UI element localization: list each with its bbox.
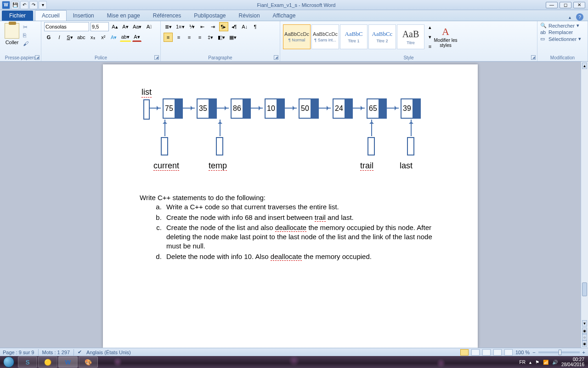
paste-button[interactable]: Coller bbox=[3, 22, 21, 47]
dialog-launcher-icon[interactable]: ◢ bbox=[274, 55, 278, 60]
zoom-level[interactable]: 100 % bbox=[515, 350, 530, 355]
bold-button[interactable]: G bbox=[44, 33, 53, 42]
style-card[interactable]: AaBbCcDc¶ Normal bbox=[283, 24, 311, 49]
font-size-combo[interactable] bbox=[90, 22, 109, 31]
status-words[interactable]: Mots : 1 297 bbox=[42, 350, 70, 355]
tray-chevron-icon[interactable]: ▴ bbox=[529, 360, 531, 365]
shrink-font-icon[interactable]: A▾ bbox=[121, 22, 130, 31]
maximize-button[interactable]: ◻ bbox=[560, 2, 571, 8]
sort-icon[interactable]: A↓ bbox=[240, 22, 249, 31]
dialog-launcher-icon[interactable]: ◢ bbox=[531, 55, 536, 60]
next-page-icon[interactable]: ◉ bbox=[582, 340, 587, 347]
strike-button[interactable]: abc bbox=[76, 33, 87, 42]
superscript-button[interactable]: x² bbox=[99, 33, 108, 42]
tab-references[interactable]: Références bbox=[147, 11, 187, 21]
copy-icon[interactable]: ⎘ bbox=[23, 32, 28, 39]
taskbar-skype[interactable]: S bbox=[18, 356, 37, 368]
align-left-icon[interactable]: ≡ bbox=[164, 33, 173, 42]
scroll-down-icon[interactable]: ▼ bbox=[582, 320, 587, 327]
align-right-icon[interactable]: ≡ bbox=[185, 33, 194, 42]
pointer-label: temp bbox=[209, 161, 227, 171]
arrow-icon bbox=[371, 120, 372, 136]
tab-home[interactable]: Accueil bbox=[35, 10, 67, 21]
select-button[interactable]: ▭Sélectionner▾ bbox=[540, 35, 585, 42]
change-styles-button[interactable]: AModifier les styles bbox=[433, 26, 458, 48]
tab-insert[interactable]: Insertion bbox=[67, 11, 101, 21]
save-icon[interactable]: 💾 bbox=[11, 1, 19, 9]
print-layout-view-icon[interactable] bbox=[460, 349, 469, 356]
numbering-icon[interactable]: 1≡▾ bbox=[175, 22, 186, 31]
taskbar-chrome[interactable]: 🟡 bbox=[38, 356, 57, 368]
outline-view-icon[interactable] bbox=[493, 349, 502, 356]
multilevel-icon[interactable]: ⅟▾ bbox=[187, 22, 197, 31]
highlight-icon[interactable]: ab▾ bbox=[120, 33, 131, 42]
minimize-button[interactable]: — bbox=[546, 2, 558, 8]
redo-icon[interactable]: ↷ bbox=[29, 1, 38, 9]
group-styles: AaBbCcDc¶ NormalAaBbCcDc¶ Sans int...AaB… bbox=[280, 21, 537, 61]
prev-page-icon[interactable]: ◉ bbox=[582, 328, 587, 334]
start-button[interactable] bbox=[0, 356, 17, 368]
style-card[interactable]: AaBbCTitre 1 bbox=[340, 24, 368, 49]
find-button[interactable]: 🔍Rechercher▾ bbox=[540, 22, 585, 29]
style-card[interactable]: AaBbCcTitre 2 bbox=[368, 24, 396, 49]
format-painter-icon[interactable]: 🖌 bbox=[23, 40, 28, 47]
style-card[interactable]: AaBbCcDc¶ Sans int... bbox=[311, 24, 339, 49]
vertical-scrollbar[interactable]: ▲ ▼ ◉ ○ ◉ bbox=[581, 62, 588, 348]
zoom-slider[interactable] bbox=[538, 351, 580, 353]
line-spacing-icon[interactable]: ‡▾ bbox=[206, 33, 215, 42]
tray-flag-icon[interactable]: ⚑ bbox=[535, 360, 539, 365]
increase-indent-icon[interactable]: ⇥ bbox=[209, 22, 218, 31]
shading-icon[interactable]: ◧▾ bbox=[216, 33, 226, 42]
tray-network-icon[interactable]: 📶 bbox=[543, 360, 548, 365]
italic-button[interactable]: I bbox=[55, 33, 64, 42]
subscript-button[interactable]: x₂ bbox=[88, 33, 97, 42]
ltr-icon[interactable]: ¶▸ bbox=[219, 22, 228, 31]
qat-dropdown-icon[interactable]: ▾ bbox=[39, 1, 47, 9]
tab-mailings[interactable]: Publipostage bbox=[187, 11, 232, 21]
font-name-combo[interactable] bbox=[44, 22, 89, 31]
decrease-indent-icon[interactable]: ⇤ bbox=[198, 22, 207, 31]
document-area[interactable]: list 7535861050246539 currenttemptrailla… bbox=[0, 62, 581, 348]
scroll-up-icon[interactable]: ▲ bbox=[582, 63, 587, 69]
bullets-icon[interactable]: ≣▾ bbox=[164, 22, 173, 31]
zoom-in-icon[interactable]: + bbox=[582, 350, 585, 355]
font-color-icon[interactable]: A▾ bbox=[132, 33, 141, 42]
grow-font-icon[interactable]: A▴ bbox=[110, 22, 119, 31]
tab-file[interactable]: Fichier bbox=[2, 11, 33, 21]
borders-icon[interactable]: ▦▾ bbox=[228, 33, 238, 42]
dialog-launcher-icon[interactable]: ◢ bbox=[154, 55, 159, 60]
dialog-launcher-icon[interactable]: ◢ bbox=[35, 55, 40, 60]
rtl-icon[interactable]: ◂¶ bbox=[230, 22, 239, 31]
underline-button[interactable]: S▾ bbox=[65, 33, 74, 42]
style-card[interactable]: AaBTitre bbox=[397, 24, 424, 49]
draft-view-icon[interactable] bbox=[504, 349, 513, 356]
minimize-ribbon-icon[interactable]: ▴ bbox=[566, 13, 573, 21]
tray-clock[interactable]: 00:27 28/04/2016 bbox=[561, 357, 584, 367]
browse-object-icon[interactable]: ○ bbox=[582, 334, 587, 340]
justify-icon[interactable]: ≡ bbox=[195, 33, 204, 42]
web-view-icon[interactable] bbox=[482, 349, 491, 356]
clear-format-icon[interactable]: A⃠ bbox=[144, 22, 153, 31]
undo-icon[interactable]: ↶ bbox=[20, 1, 28, 9]
proofing-icon[interactable]: ✔ bbox=[78, 349, 82, 355]
help-icon[interactable]: ? bbox=[576, 13, 583, 21]
change-case-icon[interactable]: Aa▾ bbox=[131, 22, 143, 31]
tray-language[interactable]: FR bbox=[520, 360, 526, 365]
taskbar-paint[interactable]: 🎨 bbox=[79, 356, 98, 368]
zoom-out-icon[interactable]: − bbox=[532, 350, 535, 355]
show-marks-icon[interactable]: ¶ bbox=[251, 22, 260, 31]
fullscreen-view-icon[interactable] bbox=[471, 349, 480, 356]
scroll-thumb[interactable] bbox=[582, 282, 587, 296]
replace-button[interactable]: abRemplacer bbox=[540, 29, 585, 35]
status-language[interactable]: Anglais (États Unis) bbox=[86, 350, 131, 355]
tab-layout[interactable]: Mise en page bbox=[101, 11, 147, 21]
tab-review[interactable]: Révision bbox=[232, 11, 266, 21]
cut-icon[interactable]: ✂ bbox=[23, 24, 28, 30]
tab-view[interactable]: Affichage bbox=[266, 11, 302, 21]
close-button[interactable]: ✕ bbox=[573, 2, 585, 8]
tray-volume-icon[interactable]: 🔊 bbox=[552, 360, 558, 365]
text-effects-icon[interactable]: A▾ bbox=[109, 33, 119, 42]
status-page[interactable]: Page : 9 sur 9 bbox=[3, 350, 34, 355]
taskbar-word[interactable]: W bbox=[58, 356, 78, 368]
align-center-icon[interactable]: ≡ bbox=[174, 33, 183, 42]
